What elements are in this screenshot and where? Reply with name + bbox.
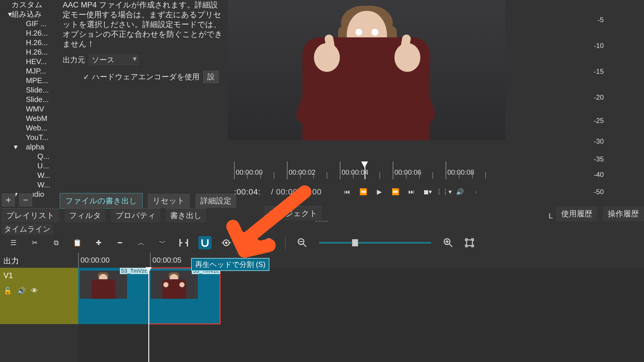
ruler-label: 00:00:00 — [236, 168, 262, 176]
timecode-total: / 00:00:10:00 — [271, 187, 322, 197]
playhead-icon[interactable] — [361, 161, 368, 168]
clip-name-tag: 53_TmVzc — [120, 268, 148, 274]
timeline-body: 出力 V1 🔓 🔊 👁 00:00:00 00:00:05 53_TmVzc — [0, 253, 644, 362]
preset-item[interactable]: W... — [0, 180, 57, 190]
timeline-menu-button[interactable]: ☰ — [7, 236, 20, 249]
preset-item[interactable]: Slide... — [0, 95, 57, 104]
export-from-label: 出力元 — [63, 55, 85, 65]
export-file-button[interactable]: ファイルの書き出し — [60, 193, 143, 209]
skip-end-button[interactable]: ⏭ — [406, 186, 417, 198]
scrub-audio-button[interactable] — [220, 236, 233, 249]
add-preset-button[interactable]: ＋ — [1, 193, 16, 207]
preset-item[interactable]: HEV... — [0, 57, 57, 66]
meter-label: -5 — [598, 16, 604, 24]
svg-rect-7 — [467, 240, 472, 246]
cut-button[interactable]: ✂ — [28, 236, 41, 249]
panel-splitter[interactable]: ┅┅┅┅ — [0, 219, 644, 222]
grid-button[interactable]: ⋮⋮▾ — [438, 186, 449, 198]
meter-label: -20 — [594, 93, 604, 101]
preset-custom[interactable]: カスタム — [0, 0, 57, 9]
overwrite-button[interactable]: ﹀ — [156, 236, 169, 249]
ruler-label: 00:00:05 — [152, 256, 181, 265]
preset-tree: カスタム ▾組み込み GIF ... H.26... H.26... H.26.… — [0, 0, 57, 190]
preset-item[interactable]: H.26... — [0, 47, 57, 57]
export-from-select[interactable]: ソース — [88, 53, 140, 66]
rewind-button[interactable]: ⏪ — [357, 186, 369, 198]
timeline-clip-selected[interactable]: 53_TmVzc — [149, 268, 220, 324]
preset-item[interactable]: MJP... — [0, 66, 57, 76]
hw-encoder-config-button[interactable]: 設 — [202, 70, 220, 84]
export-panel: AAC MP4 ファイルが作成されます。詳細設定モー使用する場合は、まず左にある… — [60, 0, 228, 190]
timeline-toolbar: ☰ ✂ ⧉ 📋 ✚ ━ ︿ ﹀ — [0, 233, 644, 253]
advanced-button[interactable]: 詳細設定 — [195, 193, 237, 209]
lock-icon[interactable]: 🔓 — [3, 287, 12, 295]
preset-item[interactable]: W... — [0, 171, 57, 180]
ripple-all-button[interactable] — [262, 236, 275, 249]
audio-meter-scale: -5 -10 -15 -20 -25 -30 -35 -40 -50 — [581, 0, 604, 201]
zoom-fit-button[interactable] — [463, 236, 476, 249]
preset-alpha[interactable]: ▾alpha — [0, 142, 57, 152]
reset-button[interactable]: リセット — [147, 193, 190, 209]
ruler-label: 00:00:00 — [80, 256, 110, 265]
meter-label: -10 — [594, 42, 604, 50]
timeline-ruler[interactable]: 00:00:00 00:00:05 — [78, 253, 644, 268]
tab-history[interactable]: 操作履歴 — [603, 206, 644, 221]
play-button[interactable]: ▶ — [373, 186, 385, 198]
chevron-down-icon: ▾ — [8, 9, 14, 19]
preview-frame — [228, 0, 505, 140]
preset-item[interactable]: Web... — [0, 123, 57, 133]
ruler-label: 00:00:08 — [447, 168, 474, 176]
ruler-label: 00:00:06 — [394, 168, 421, 176]
more-button[interactable]: › — [470, 186, 482, 198]
preset-item[interactable]: WMV — [0, 104, 57, 114]
preset-item[interactable]: Slide... — [0, 85, 57, 95]
export-description: AAC MP4 ファイルが作成されます。詳細設定モー使用する場合は、まず左にある… — [60, 0, 228, 52]
hw-encoder-checkbox[interactable]: ✓ — [83, 74, 89, 80]
mute-icon[interactable]: 🔊 — [17, 287, 26, 295]
timecode-current[interactable]: :00:04: — [234, 187, 261, 197]
paste-button[interactable]: 📋 — [71, 236, 84, 249]
preview-ruler[interactable]: 00:00:00 00:00:02 00:00:04 00:00:06 00:0… — [234, 161, 497, 179]
meter-label: -40 — [594, 171, 604, 179]
preset-item[interactable]: MPE... — [0, 76, 57, 85]
append-button[interactable]: ✚ — [92, 236, 105, 249]
preset-item[interactable]: GIF ... — [0, 19, 57, 28]
preset-item[interactable]: U... — [0, 161, 57, 171]
volume-button[interactable]: 🔊 — [454, 186, 465, 198]
preset-item[interactable]: WebM — [0, 114, 57, 123]
skip-start-button[interactable]: ⏮ — [341, 186, 353, 198]
preset-item[interactable]: Q... — [0, 152, 57, 161]
preset-builtin[interactable]: ▾組み込み — [0, 9, 57, 19]
preset-item[interactable]: H.26... — [0, 28, 57, 38]
timeline-output-row[interactable]: 出力 — [0, 253, 78, 268]
meter-label: -35 — [594, 155, 604, 163]
zoom-mode-button[interactable]: ◼▾ — [422, 186, 433, 198]
ripple-button[interactable] — [241, 236, 254, 249]
zoom-out-button[interactable] — [296, 236, 309, 249]
toolbar-separator — [285, 236, 286, 249]
zoom-in-button[interactable] — [442, 236, 455, 249]
timeline-tracks[interactable]: 53_TmVzc 53_TmVzc — [78, 268, 644, 362]
remove-preset-button[interactable]: － — [18, 193, 33, 207]
preset-item[interactable]: YouT... — [0, 133, 57, 142]
meter-label: -15 — [594, 68, 604, 76]
transport-bar: :00:04: / 00:00:10:00 ⏮ ⏪ ▶ ⏩ ⏭ ◼▾ ⋮⋮▾ 🔊… — [234, 184, 501, 200]
timeline-playhead[interactable] — [148, 268, 149, 362]
zoom-slider[interactable] — [319, 242, 431, 244]
preset-item[interactable]: H.26... — [0, 38, 57, 47]
remove-button[interactable]: ━ — [113, 236, 126, 249]
snap-button[interactable] — [198, 236, 212, 249]
zoom-slider-knob[interactable] — [352, 239, 358, 247]
tab-project[interactable]: プロジェクト — [264, 206, 322, 220]
timeline-clip[interactable]: 53_TmVzc — [78, 268, 148, 324]
fast-forward-button[interactable]: ⏩ — [390, 186, 401, 198]
svg-point-3 — [246, 241, 249, 244]
tab-recent[interactable]: 使用履歴 — [556, 206, 597, 221]
timeline-track-header: 出力 V1 🔓 🔊 👁 — [0, 253, 78, 362]
copy-button[interactable]: ⧉ — [49, 236, 63, 249]
hide-icon[interactable]: 👁 — [31, 287, 38, 295]
split-button[interactable] — [177, 236, 190, 249]
ruler-label: 00:00:02 — [289, 168, 315, 176]
lift-button[interactable]: ︿ — [135, 236, 148, 249]
track-v1-header[interactable]: V1 🔓 🔊 👁 — [0, 268, 78, 324]
